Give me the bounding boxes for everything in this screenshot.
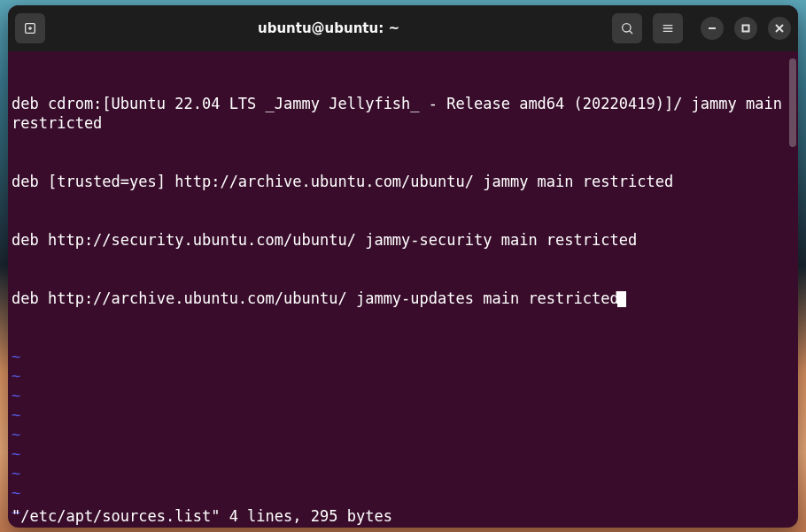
terminal-body[interactable]: deb cdrom:[Ubuntu 22.04 LTS _Jammy Jelly… — [8, 51, 798, 528]
terminal-window: ubuntu@ubuntu: ~ deb cdro — [8, 5, 798, 528]
file-line: deb [trusted=yes] http://archive.ubuntu.… — [12, 172, 798, 191]
svg-line-4 — [630, 30, 632, 33]
search-button[interactable] — [612, 13, 642, 43]
search-icon — [620, 21, 634, 35]
editor-content: deb cdrom:[Ubuntu 22.04 LTS _Jammy Jelly… — [8, 51, 798, 528]
menu-button[interactable] — [653, 13, 683, 43]
scrollbar-thumb[interactable] — [789, 58, 796, 147]
close-button[interactable] — [768, 17, 791, 40]
vim-status-line: "/etc/apt/sources.list" 4 lines, 295 byt… — [8, 506, 798, 528]
file-line: deb cdrom:[Ubuntu 22.04 LTS _Jammy Jelly… — [12, 94, 798, 133]
hamburger-icon — [661, 21, 675, 35]
new-tab-icon — [23, 21, 37, 35]
vim-empty-line-tilde: ~ — [12, 366, 798, 386]
titlebar: ubuntu@ubuntu: ~ — [8, 5, 798, 51]
minimize-button[interactable] — [701, 17, 724, 40]
minimize-icon — [708, 24, 717, 33]
file-line: deb http://security.ubuntu.com/ubuntu/ j… — [12, 230, 798, 250]
svg-rect-9 — [743, 25, 749, 31]
svg-point-3 — [623, 23, 631, 31]
vim-empty-line-tilde: ~ — [12, 386, 798, 405]
vim-empty-line-tilde: ~ — [12, 425, 798, 444]
maximize-button[interactable] — [734, 17, 757, 40]
close-icon — [775, 24, 784, 33]
window-title: ubuntu@ubuntu: ~ — [50, 20, 607, 36]
vim-empty-line-tilde: ~ — [12, 444, 798, 464]
vim-empty-line-tilde: ~ — [12, 464, 798, 483]
file-line: deb http://archive.ubuntu.com/ubuntu/ ja… — [12, 289, 798, 308]
vim-empty-line-tilde: ~ — [12, 347, 798, 366]
new-tab-button[interactable] — [15, 13, 45, 43]
vim-empty-line-tilde: ~ — [12, 483, 798, 503]
vim-empty-line-tilde: ~ — [12, 405, 798, 425]
text-cursor — [617, 291, 626, 307]
maximize-icon — [741, 24, 750, 33]
